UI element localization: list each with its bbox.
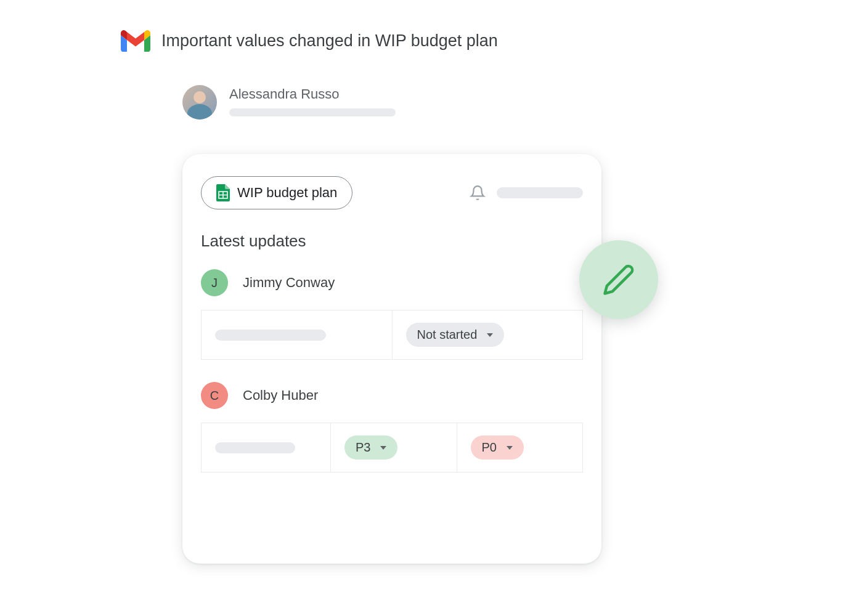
cell-placeholder [215,442,295,453]
sender-avatar [182,85,217,120]
bell-icon[interactable] [470,185,486,201]
updates-card: WIP budget plan Latest updates J Jimmy C… [182,154,601,564]
sender-name: Alessandra Russo [229,86,396,102]
priority-chip[interactable]: P0 [471,436,524,460]
header-placeholder [497,187,583,198]
update-user-row: C Colby Huber [201,382,583,409]
section-title: Latest updates [201,232,583,251]
update-table-row: Not started [201,310,583,360]
file-chip-label: WIP budget plan [237,185,337,201]
email-subject: Important values changed in WIP budget p… [161,31,498,51]
file-chip[interactable]: WIP budget plan [201,176,352,209]
sheets-icon [216,184,230,201]
edit-button[interactable] [579,240,658,319]
cell-placeholder [215,330,326,341]
update-user-row: J Jimmy Conway [201,269,583,296]
gmail-logo-icon [121,30,150,52]
priority-chip-label: P3 [356,440,370,455]
update-table-row: P3 P0 [201,423,583,472]
chevron-down-icon [380,446,386,450]
email-header: Important values changed in WIP budget p… [121,30,498,52]
status-chip-label: Not started [417,328,478,342]
user-name: Jimmy Conway [243,275,335,291]
placeholder-text [229,108,396,116]
chevron-down-icon [487,333,493,337]
pencil-icon [602,263,635,296]
chevron-down-icon [507,446,513,450]
status-chip[interactable]: Not started [406,323,505,347]
user-avatar: C [201,382,228,409]
priority-chip-label: P0 [482,440,497,455]
sender-row: Alessandra Russo [182,85,396,120]
user-name: Colby Huber [243,387,318,403]
user-avatar: J [201,269,228,296]
priority-chip[interactable]: P3 [344,436,397,460]
